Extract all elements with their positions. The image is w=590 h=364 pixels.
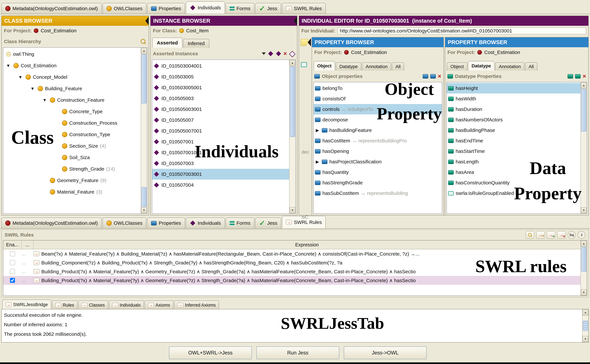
tab-axioms[interactable]: Axioms [145, 300, 173, 309]
scroll-down-button[interactable] [581, 289, 587, 296]
scroll-up-button[interactable] [581, 240, 587, 247]
tab-individuals[interactable]: Individuals [186, 1, 225, 14]
rule-enabled-checkbox[interactable] [10, 278, 15, 283]
scroll-up-button[interactable] [581, 82, 587, 89]
property-row[interactable]: hasEndTime [447, 136, 580, 146]
scroll-thumb[interactable] [141, 54, 147, 104]
instance-row[interactable]: ID_010507004 [152, 180, 289, 190]
tab-properties[interactable]: Properties [147, 218, 185, 228]
tab-forms[interactable]: Forms [226, 3, 254, 14]
scroll-thumb[interactable] [583, 321, 588, 331]
class-tree-row[interactable]: Strength_Grade(14) [3, 163, 141, 175]
column-header-expression[interactable]: Expression [33, 240, 580, 249]
delete-property-icon[interactable] [583, 73, 586, 79]
tab-metadata[interactable]: Metadata(OntologyCostEstimation.owl) [1, 3, 102, 14]
class-tree-row[interactable]: Cost_Estimation [3, 60, 141, 71]
property-row[interactable]: hasCostItem↔ representsBuildingPro [314, 136, 442, 146]
tab-datatype[interactable]: Datatype [336, 62, 361, 71]
class-tree-row[interactable]: Material_Feature(3) [3, 186, 141, 198]
run-jess-button[interactable]: Run Jess [256, 346, 339, 359]
tab-annotation[interactable]: Annotation [362, 62, 391, 71]
tab-all[interactable]: All [525, 62, 537, 71]
annotation-note-icon[interactable] [301, 39, 308, 46]
jess-icon[interactable] [577, 231, 585, 239]
instance-row[interactable]: ID_010503005 [152, 71, 289, 82]
expander-icon[interactable] [315, 128, 320, 132]
tab-annotation[interactable]: Annotation [495, 62, 524, 71]
create-subproperty-icon[interactable] [575, 74, 581, 78]
instance-list-scrollbar[interactable] [289, 60, 295, 213]
scroll-thumb[interactable] [290, 66, 295, 137]
property-row[interactable]: hasDuration [447, 104, 580, 115]
edit-rule-icon[interactable] [526, 231, 534, 239]
column-header-dots[interactable]: ... [22, 240, 33, 249]
scroll-track[interactable] [581, 272, 587, 289]
instance-row[interactable]: ID_010505007 [152, 115, 289, 125]
property-row[interactable]: hasSubCostItem↔ representsBuilding [314, 188, 442, 198]
rule-enabled-checkbox[interactable] [10, 269, 15, 274]
tab-swrl-rules[interactable]: SWRL Rules [282, 3, 326, 14]
property-row[interactable]: hasBuildingFeature [314, 125, 442, 136]
instance-row[interactable]: ID_010505003001 [152, 104, 289, 115]
panel-collapse-icon[interactable] [308, 38, 311, 46]
delete-rule-icon[interactable] [557, 231, 566, 239]
tab-individuals-bridge[interactable]: Individuals [109, 300, 144, 309]
expander-icon[interactable] [315, 160, 320, 164]
tab-classes[interactable]: Classes [78, 300, 108, 309]
tab-properties[interactable]: Properties [147, 3, 185, 14]
property-row[interactable]: hasBuildingPhase [447, 125, 580, 136]
expander-icon[interactable] [41, 98, 48, 102]
console-scrollbar[interactable] [582, 309, 588, 342]
class-tree-row[interactable]: Concept_Model [3, 71, 141, 83]
tab-jess[interactable]: Jess [255, 218, 281, 228]
tab-owlclasses[interactable]: OWLClasses [103, 218, 146, 228]
rule-row-selected[interactable]: ... Building_Product(?x) ∧ Material_Feat… [3, 276, 580, 285]
expander-icon[interactable] [29, 86, 36, 91]
property-row[interactable]: hasNumbersOfActors [447, 115, 580, 125]
tab-swrljessbridge[interactable]: SWRLJessBridge [2, 299, 51, 309]
delete-instance-icon[interactable] [283, 51, 287, 57]
property-row[interactable]: hasOpening [314, 146, 442, 156]
scroll-up-button[interactable] [290, 60, 295, 66]
tab-inferred[interactable]: Inferred [183, 39, 209, 48]
tab-all[interactable]: All [392, 62, 404, 71]
sqwrl-icon[interactable] [568, 231, 576, 239]
magnifier-icon[interactable] [140, 38, 146, 45]
rules-table-scrollbar[interactable] [580, 240, 587, 296]
tab-object[interactable]: Object [314, 61, 335, 71]
property-row[interactable]: hasStartTime [447, 146, 580, 156]
scroll-track[interactable] [290, 137, 295, 207]
class-tree-row[interactable]: Building_Feature [3, 83, 141, 94]
column-header-enabled[interactable]: Ena... [3, 240, 22, 249]
infer-types-icon[interactable] [289, 51, 295, 57]
class-tree-row[interactable]: Geometry_Feature(9) [3, 175, 141, 186]
class-tree-row[interactable]: Soil_Siza [3, 152, 141, 163]
dropdown-icon[interactable] [262, 52, 266, 55]
create-instance-icon[interactable] [268, 51, 274, 57]
jess-to-owl-button[interactable]: Jess->OWL [344, 346, 427, 359]
create-rule-icon[interactable] [536, 231, 545, 239]
tab-rules[interactable]: Rules [52, 300, 78, 309]
panel-collapse-icon[interactable] [145, 17, 149, 25]
scroll-down-button[interactable] [581, 207, 587, 213]
instance-row[interactable]: ID_010503004001 [152, 60, 289, 71]
scroll-track[interactable] [141, 104, 147, 187]
rule-enabled-checkbox[interactable] [10, 260, 15, 265]
instance-row[interactable]: ID_010503005001 [152, 82, 289, 93]
tab-asserted[interactable]: Asserted [152, 38, 182, 48]
property-row[interactable]: hasStrengthGrade [314, 177, 442, 188]
tab-forms[interactable]: Forms [226, 218, 254, 228]
scroll-track[interactable] [583, 316, 588, 320]
scroll-up-button[interactable] [141, 48, 147, 54]
property-row[interactable]: hasWidth [447, 93, 580, 104]
tab-metadata[interactable]: Metadata(OntologyCostEstimation.owl) [1, 218, 102, 228]
scroll-up-button[interactable] [583, 309, 588, 316]
tab-inferred-axioms[interactable]: Inferred Axioms [174, 300, 219, 309]
property-row-selected[interactable]: hasHeight [447, 83, 580, 93]
instance-row[interactable]: ID_010505003 [152, 93, 289, 104]
copy-instance-icon[interactable] [276, 51, 281, 57]
class-tree-row[interactable]: Construction_Feature [3, 94, 141, 106]
property-row[interactable]: hasProjectClassification [314, 156, 442, 167]
owl-swrl-to-jess-button[interactable]: OWL+SWRL->Jess [169, 346, 252, 359]
instance-row[interactable]: ID_010505007001 [152, 125, 289, 136]
